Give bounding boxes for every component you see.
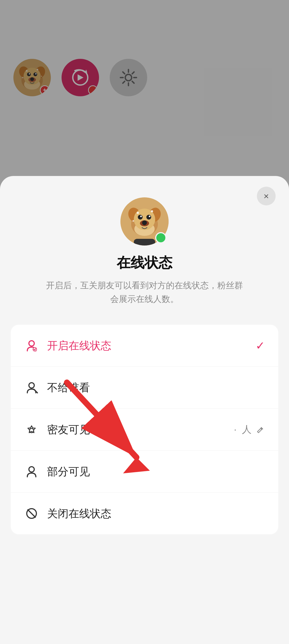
svg-point-37 [149,216,150,217]
option-partial[interactable]: 部分可见 [11,450,278,492]
option-enable-label: 开启在线状态 [47,338,248,353]
modal-close-button[interactable]: × [257,187,276,205]
options-card: 开启在线状态 ✓ 不给谁看 密友可见 [11,325,278,534]
svg-point-41 [151,210,153,212]
svg-point-40 [137,212,139,214]
enable-icon [24,338,39,353]
svg-point-46 [29,383,34,388]
option-nobody[interactable]: 不给谁看 [11,366,278,408]
option-partial-label: 部分可见 [47,464,265,479]
svg-line-51 [28,510,35,517]
svg-point-36 [140,216,142,217]
modal-avatar-wrap [120,197,169,246]
option-disable[interactable]: 关闭在线状态 [11,492,278,534]
disable-icon [24,506,39,521]
option-close-friends-label: 密友可见 [47,422,226,437]
svg-point-34 [138,215,143,220]
modal-sheet: × [0,176,289,644]
option-nobody-label: 不给谁看 [47,380,265,395]
modal-avatar-section: 在线状态 开启后，互关朋友可以看到对方的在线状态，粉丝群会展示在线人数。 [0,176,289,314]
close-friends-icon [24,422,39,437]
svg-rect-43 [134,239,155,246]
option-enable[interactable]: 开启在线状态 ✓ [11,325,278,366]
svg-point-39 [142,220,147,225]
nobody-icon [24,380,39,395]
svg-point-48 [29,428,34,433]
modal-description: 开启后，互关朋友可以看到对方的在线状态，粉丝群会展示在线人数。 [24,279,265,306]
svg-point-35 [146,215,151,220]
option-close-friends-sub: · 人 [234,423,265,436]
partial-icon [24,464,39,479]
option-disable-label: 关闭在线状态 [47,506,265,521]
svg-point-49 [29,467,34,472]
svg-point-42 [132,220,134,222]
option-close-friends[interactable]: 密友可见 · 人 [11,408,278,450]
svg-point-44 [29,341,34,346]
option-enable-check: ✓ [256,339,265,352]
modal-title: 在线状态 [117,254,172,272]
online-status-dot [155,232,166,243]
